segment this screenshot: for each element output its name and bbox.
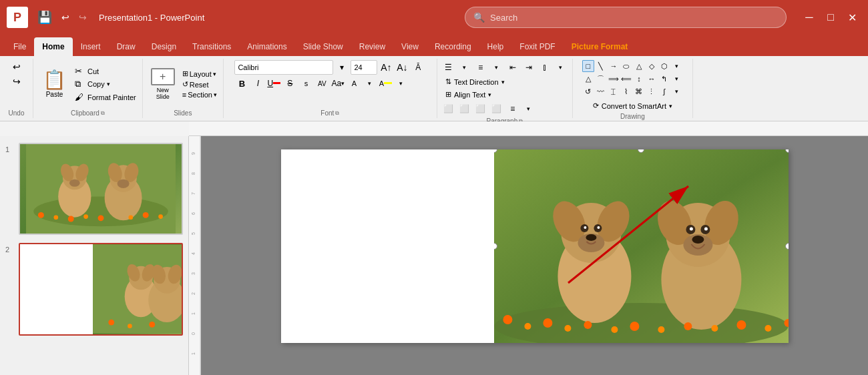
layout-button[interactable]: ⊞ Layout ▾ xyxy=(180,69,219,79)
tab-home[interactable]: Home xyxy=(34,37,72,56)
shape-wave-button[interactable]: 〰 xyxy=(595,85,607,97)
shape-misc1-button[interactable]: ⌘ xyxy=(633,85,645,97)
cut-button[interactable]: ✂ Cut xyxy=(73,65,138,77)
shape-loop-button[interactable]: ↺ xyxy=(582,85,594,97)
decrease-indent-button[interactable]: ⇤ xyxy=(505,60,520,75)
tab-foxitpdf[interactable]: Foxit PDF xyxy=(511,37,563,56)
shape-triangle-button[interactable]: △ xyxy=(633,60,645,72)
shape-more-button[interactable]: ▾ xyxy=(671,60,683,72)
reset-button[interactable]: ↺ Reset xyxy=(180,79,219,89)
line-spacing-dropdown-button[interactable]: ▾ xyxy=(521,101,536,116)
redo-button[interactable]: ↪ xyxy=(11,75,22,88)
convert-smartart-button[interactable]: ⟳ Convert to SmartArt ▾ xyxy=(589,100,676,111)
shape-rect-button[interactable]: □ xyxy=(582,60,594,72)
font-case-button[interactable]: Aa▾ xyxy=(331,76,345,91)
copy-button[interactable]: ⧉ Copy ▾ xyxy=(73,78,138,90)
shape-misc2-button[interactable]: ⋮ xyxy=(646,85,658,97)
new-slide-button[interactable]: + NewSlide xyxy=(147,67,179,101)
shape-expand-button[interactable]: ▾ xyxy=(671,73,683,85)
tab-pictureformat[interactable]: Picture Format xyxy=(564,37,636,56)
shape-harr-button[interactable]: ↔ xyxy=(646,73,658,85)
increase-indent-button[interactable]: ⇥ xyxy=(521,60,536,75)
strikethrough-button[interactable]: S xyxy=(282,76,297,91)
slide-preview-2[interactable] xyxy=(19,243,183,335)
paste-button[interactable]: 📋 Paste xyxy=(37,68,71,101)
bold-button[interactable]: B xyxy=(234,76,249,91)
tab-slideshow[interactable]: Slide Show xyxy=(295,37,351,56)
font-size-input[interactable] xyxy=(351,60,377,75)
font-color-button[interactable]: A xyxy=(378,76,393,91)
format-painter-button[interactable]: 🖌 Format Painter xyxy=(73,91,138,103)
justify-button[interactable]: ⬜ xyxy=(489,101,504,116)
underline-button[interactable]: U xyxy=(266,76,281,91)
align-right-button[interactable]: ⬜ xyxy=(473,101,488,116)
tab-animations[interactable]: Animations xyxy=(239,37,294,56)
text-direction-button[interactable]: ⇅ Text Direction ▾ xyxy=(441,76,509,87)
svg-point-18 xyxy=(128,215,133,220)
shape-bend-button[interactable]: ↰ xyxy=(658,73,670,85)
maximize-button[interactable]: □ xyxy=(821,8,840,27)
font-name-input[interactable] xyxy=(234,60,333,75)
section-button[interactable]: ≡ Section ▾ xyxy=(180,90,219,99)
save-button[interactable]: 💾 xyxy=(37,10,52,25)
bullets-button[interactable]: ☰ xyxy=(441,60,456,75)
shape-arrow-button[interactable]: → xyxy=(608,60,620,72)
tab-draw[interactable]: Draw xyxy=(109,37,144,56)
columns-button[interactable]: ⫿ xyxy=(537,60,552,75)
highlight-dropdown-button[interactable]: ▾ xyxy=(362,76,377,91)
columns-dropdown-button[interactable]: ▾ xyxy=(554,60,568,75)
tab-recording[interactable]: Recording xyxy=(427,37,479,56)
slide-image-area[interactable]: ↻ xyxy=(494,149,789,343)
clear-formatting-button[interactable]: Ā xyxy=(411,60,425,75)
shape-bracket-button[interactable]: ⌇ xyxy=(620,85,632,97)
tab-file[interactable]: File xyxy=(5,37,34,56)
slide-canvas[interactable]: ↻ xyxy=(281,149,789,343)
shape-diamond-button[interactable]: ◇ xyxy=(646,60,658,72)
undo-quick-button[interactable]: ↩ xyxy=(61,12,69,23)
shape-ellipse-button[interactable]: ⬭ xyxy=(620,60,632,72)
redo-quick-button[interactable]: ↪ xyxy=(79,12,87,23)
font-size-decrease-button[interactable]: A↓ xyxy=(395,60,409,75)
line-spacing-button[interactable]: ≡ xyxy=(505,101,520,116)
tab-insert[interactable]: Insert xyxy=(73,37,109,56)
align-text-button[interactable]: ⊞ Align Text ▾ xyxy=(441,89,496,100)
search-bar[interactable]: 🔍 Search xyxy=(465,7,787,28)
tab-review[interactable]: Review xyxy=(351,37,393,56)
close-button[interactable]: ✕ xyxy=(843,8,861,27)
drawing-arrange-row: ⟳ Convert to SmartArt ▾ xyxy=(589,100,676,111)
bullets-dropdown-button[interactable]: ▾ xyxy=(457,60,472,75)
selection-handle-mr[interactable] xyxy=(785,243,789,250)
font-color-dropdown-button[interactable]: ▾ xyxy=(393,76,408,91)
slide-preview-1[interactable] xyxy=(19,143,183,235)
tab-view[interactable]: View xyxy=(393,37,427,56)
undo-button[interactable]: ↩ xyxy=(11,60,22,73)
shape-varr-button[interactable]: ↕ xyxy=(633,73,645,85)
tab-transitions[interactable]: Transitions xyxy=(184,37,239,56)
shape-arrow2-button[interactable]: ⟹ xyxy=(608,73,620,85)
shape-larr-button[interactable]: ⟸ xyxy=(620,73,632,85)
tab-help[interactable]: Help xyxy=(479,37,512,56)
shape-pentag-button[interactable]: △ xyxy=(582,73,594,85)
shape-brace-button[interactable]: ⌶ xyxy=(608,85,620,97)
slide-thumb-1[interactable]: 1 xyxy=(4,141,184,236)
shape-line-button[interactable]: ╲ xyxy=(595,60,607,72)
highlight-color-button[interactable]: A xyxy=(347,76,361,91)
font-expand-icon[interactable]: ⧉ xyxy=(335,110,339,117)
align-center-button[interactable]: ⬜ xyxy=(457,101,472,116)
italic-button[interactable]: I xyxy=(250,76,265,91)
shape-misc3-button[interactable]: ∫ xyxy=(658,85,670,97)
shape-misc4-button[interactable]: ▾ xyxy=(671,85,683,97)
slide-thumb-2[interactable]: 2 xyxy=(4,242,184,336)
shadow-button[interactable]: s xyxy=(298,76,313,91)
char-spacing-button[interactable]: AV xyxy=(314,76,329,91)
shape-curve-button[interactable]: ⌒ xyxy=(595,73,607,85)
font-name-dropdown-button[interactable]: ▾ xyxy=(335,60,349,75)
shape-hex-button[interactable]: ⬡ xyxy=(658,60,670,72)
clipboard-expand-icon[interactable]: ⧉ xyxy=(101,110,105,117)
numbering-dropdown-button[interactable]: ▾ xyxy=(489,60,504,75)
font-size-increase-button[interactable]: A↑ xyxy=(379,60,393,75)
minimize-button[interactable]: ─ xyxy=(800,8,819,27)
tab-design[interactable]: Design xyxy=(144,37,184,56)
numbering-button[interactable]: ≡ xyxy=(473,60,488,75)
align-left-button[interactable]: ⬜ xyxy=(441,101,456,116)
